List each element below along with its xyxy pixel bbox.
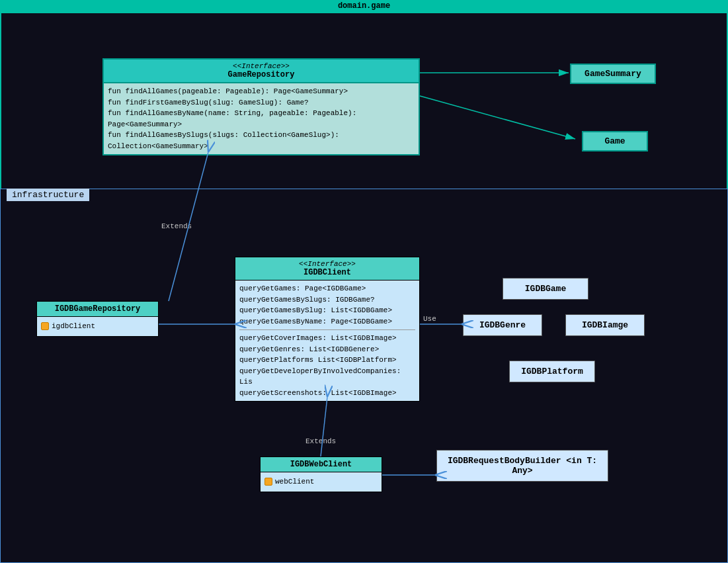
game-summary-box: GameSummary — [570, 64, 656, 84]
method-3: fun findAllGamesByName(name: String, pag… — [108, 108, 415, 130]
web-client-label: webClient — [275, 476, 314, 488]
igdb-game-repository-header: IGDBGameRepository — [37, 302, 158, 317]
igdb-web-client-body: webClient — [261, 472, 382, 492]
igdb-genre-label: IGDBGenre — [479, 320, 526, 330]
extends-label-2: Extends — [304, 437, 337, 446]
top-bar: domain.game — [0, 0, 728, 12]
web-client-icon — [264, 478, 272, 486]
igdb-method-9: queryGetScreenshots: List<IGDBImage> — [239, 388, 415, 399]
igdb-web-client-header: IGDBWebClient — [261, 457, 382, 472]
igdb-platform-box: IGDBPlatform — [509, 361, 595, 382]
igdb-client-stereotype: <<Interface>> — [239, 260, 415, 268]
game-label: Game — [604, 136, 625, 146]
igdb-image-label: IGDBIamge — [582, 320, 628, 330]
igdb-game-repository-name: IGDBGameRepository — [55, 304, 141, 314]
method-4: fun findAllGamesBySlugs(slugs: Collectio… — [108, 130, 415, 152]
igdb-game-repository-box: IGDBGameRepository igdbClient — [36, 301, 159, 337]
game-repository-stereotype: <<Interface>> — [108, 62, 415, 70]
igdb-method-3: queryGetGamesBySlug: List<IGDBGame> — [239, 305, 415, 316]
diagram-container: domain.game infrastructure <<Interface>>… — [0, 0, 728, 563]
igdb-game-repository-body: igdbClient — [37, 317, 158, 336]
igdb-web-client-box: IGDBWebClient webClient — [260, 456, 382, 492]
igdb-client-box: <<Interface>> IGDBClient queryGetGames: … — [235, 257, 420, 402]
game-box: Game — [582, 131, 648, 152]
igdb-method-5: queryGetCoverImages: List<IGDBImage> — [239, 333, 415, 344]
igdb-method-2: queryGetGamesBySlugs: IGDBGame? — [239, 294, 415, 306]
igdb-method-6: queryGetGenres: List<IGDBGenere> — [239, 344, 415, 355]
igdb-client-label: igdbClient — [52, 321, 95, 332]
igdb-method-7: queryGetPlatforms List<IGDBPlatform> — [239, 355, 415, 366]
game-repository-body: fun findAllGames(pageable: Pageable): Pa… — [104, 83, 419, 154]
extends-label-1: Extends — [160, 222, 193, 231]
igdb-client-name: IGDBClient — [239, 268, 415, 277]
igdb-request-body-builder-label: IGDBRequestBodyBuilder <in T: Any> — [448, 456, 597, 476]
igdb-client-header: <<Interface>> IGDBClient — [235, 257, 419, 281]
igdb-method-1: queryGetGames: Page<IGDBGame> — [239, 283, 415, 294]
igdb-game-simple-box: IGDBGame — [503, 278, 588, 300]
igdb-method-4: queryGetGamesByName: Page<IGDBGame> — [239, 316, 415, 327]
web-client-field: webClient — [264, 475, 378, 489]
igdb-genre-box: IGDBGenre — [463, 314, 542, 336]
infrastructure-label: infrastructure — [7, 189, 89, 201]
igdb-web-client-name: IGDBWebClient — [290, 460, 352, 469]
method-2: fun findFirstGameBySlug(slug: GameSlug):… — [108, 97, 415, 108]
igdb-image-box: IGDBIamge — [565, 314, 645, 336]
game-repository-name: GameRepository — [108, 70, 415, 79]
igdb-method-8: queryGetDeveloperByInvolvedCompanies: Li… — [239, 366, 415, 388]
top-bar-label: domain.game — [338, 1, 390, 11]
igdb-client-field: igdbClient — [41, 320, 154, 333]
game-repository-box: <<Interface>> GameRepository fun findAll… — [102, 58, 420, 155]
game-repository-header: <<Interface>> GameRepository — [104, 60, 419, 83]
field-icon-orange — [41, 322, 49, 330]
igdb-request-body-builder-box: IGDBRequestBodyBuilder <in T: Any> — [436, 450, 608, 482]
method-1: fun findAllGames(pageable: Pageable): Pa… — [108, 86, 415, 97]
igdb-client-body: queryGetGames: Page<IGDBGame> queryGetGa… — [235, 281, 419, 401]
igdb-method-divider — [239, 329, 415, 330]
igdb-platform-label: IGDBPlatform — [521, 367, 583, 376]
igdb-game-label: IGDBGame — [525, 284, 566, 294]
game-summary-label: GameSummary — [585, 69, 641, 79]
